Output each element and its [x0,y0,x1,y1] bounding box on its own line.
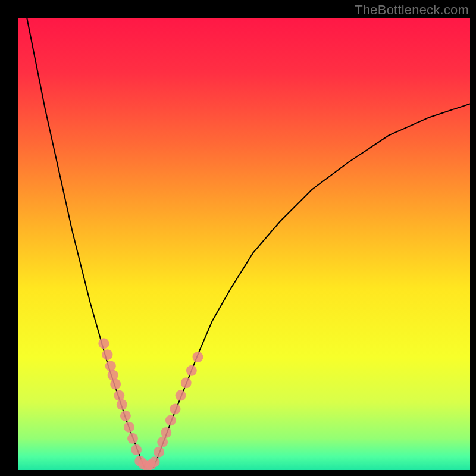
data-point [161,427,171,438]
data-point [165,415,176,425]
data-point [149,456,160,467]
chart-svg [18,18,470,470]
data-point [102,349,112,360]
data-point [114,390,124,401]
data-point [181,377,192,388]
gradient-background [18,18,470,470]
watermark-text: TheBottleneck.com [355,2,469,18]
data-point [131,444,142,455]
data-point [154,447,164,458]
data-point [108,369,118,380]
data-point [186,365,197,376]
data-point [157,437,168,447]
data-point [192,352,203,362]
data-point [110,379,121,390]
data-point [127,433,138,444]
chart-frame: TheBottleneck.com [0,0,476,476]
data-point [176,390,186,401]
data-point [170,403,180,414]
data-point [120,411,131,421]
data-point [98,338,109,349]
data-point [105,361,116,371]
data-point [124,422,134,433]
plot-area [18,18,470,470]
data-point [117,399,127,410]
